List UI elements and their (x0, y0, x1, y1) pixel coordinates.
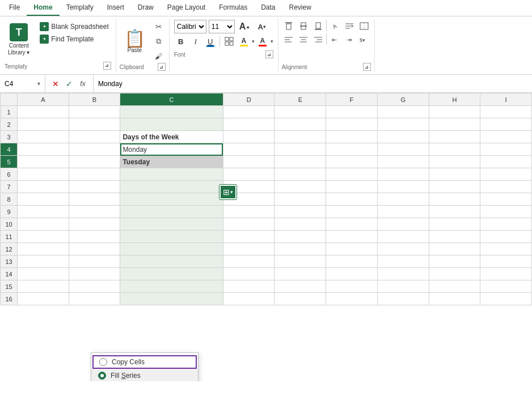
cell-B13[interactable] (69, 256, 120, 268)
cell-A8[interactable] (18, 193, 69, 206)
cell-F11[interactable] (326, 231, 378, 243)
cell-H11[interactable] (429, 231, 480, 243)
cell-C10[interactable] (120, 218, 223, 231)
cell-H10[interactable] (429, 218, 480, 231)
copy-button[interactable]: ⧉ (152, 35, 166, 48)
cell-F3[interactable] (326, 131, 378, 143)
cell-E6[interactable] (275, 168, 326, 181)
cell-B14[interactable] (69, 268, 120, 280)
fill-color-arrow[interactable]: ▾ (252, 39, 255, 44)
cell-ref-arrow[interactable]: ▾ (37, 80, 40, 87)
cell-C16[interactable] (120, 293, 223, 305)
col-header-B[interactable]: B (69, 93, 120, 106)
cell-A13[interactable] (18, 256, 69, 268)
cell-G11[interactable] (377, 231, 429, 243)
row-header-12[interactable]: 12 (1, 243, 18, 256)
cell-F10[interactable] (326, 218, 378, 231)
cell-C8[interactable] (120, 193, 223, 206)
tab-draw[interactable]: Draw (131, 0, 161, 16)
cell-H6[interactable] (429, 168, 480, 181)
row-header-1[interactable]: 1 (1, 106, 18, 118)
align-middle-button[interactable] (297, 20, 310, 32)
cell-E12[interactable] (275, 243, 326, 256)
cell-B16[interactable] (69, 293, 120, 305)
row-header-6[interactable]: 6 (1, 168, 18, 181)
cell-G14[interactable] (377, 268, 429, 280)
cell-D16[interactable] (223, 293, 275, 305)
cell-H13[interactable] (429, 256, 480, 268)
cell-H2[interactable] (429, 118, 480, 131)
col-header-I[interactable]: I (480, 93, 532, 106)
cell-I12[interactable] (480, 243, 532, 256)
row-header-4[interactable]: 4 (1, 143, 18, 156)
clipboard-expand-button[interactable]: ⊿ (158, 63, 166, 71)
cell-H3[interactable] (429, 131, 480, 143)
cell-E16[interactable] (275, 293, 326, 305)
cell-E9[interactable] (275, 206, 326, 218)
borders-button[interactable] (222, 35, 236, 48)
cell-I8[interactable] (480, 193, 532, 206)
cell-A6[interactable] (18, 168, 69, 181)
col-header-C[interactable]: C (120, 93, 223, 106)
cell-G3[interactable] (377, 131, 429, 143)
cell-B3[interactable] (69, 131, 120, 143)
cell-reference-box[interactable]: C4 ▾ (0, 75, 45, 92)
cell-C15[interactable] (120, 280, 223, 293)
cell-D1[interactable] (223, 106, 275, 118)
cell-H9[interactable] (429, 206, 480, 218)
content-library-button[interactable]: T ContentLibrary ▾ (5, 21, 33, 58)
cell-G15[interactable] (377, 280, 429, 293)
cell-B15[interactable] (69, 280, 120, 293)
cell-B6[interactable] (69, 168, 120, 181)
alignment-expand-button[interactable]: ⊿ (363, 63, 371, 71)
col-header-A[interactable]: A (18, 93, 69, 106)
cell-H8[interactable] (429, 193, 480, 206)
insert-function-button[interactable]: fx (77, 78, 88, 90)
cell-A9[interactable] (18, 206, 69, 218)
format-painter-button[interactable]: 🖌 (152, 49, 166, 63)
angle-text-button[interactable]: A (326, 17, 344, 35)
cell-B7[interactable] (69, 181, 120, 193)
cell-E10[interactable] (275, 218, 326, 231)
cell-B11[interactable] (69, 231, 120, 243)
underline-button[interactable]: U (204, 35, 217, 48)
find-template-button[interactable]: + Find Template (37, 33, 111, 45)
tab-review[interactable]: Review (282, 0, 318, 16)
cut-button[interactable]: ✂ (152, 20, 166, 33)
cell-F14[interactable] (326, 268, 378, 280)
row-header-10[interactable]: 10 (1, 218, 18, 231)
cell-I3[interactable] (480, 131, 532, 143)
cell-A12[interactable] (18, 243, 69, 256)
cell-A16[interactable] (18, 293, 69, 305)
cell-D9[interactable] (223, 206, 275, 218)
cell-H12[interactable] (429, 243, 480, 256)
cell-A4[interactable] (18, 143, 69, 156)
cell-C7[interactable] (120, 181, 223, 193)
cell-D13[interactable] (223, 256, 275, 268)
row-header-14[interactable]: 14 (1, 268, 18, 280)
cell-I2[interactable] (480, 118, 532, 131)
cancel-formula-button[interactable]: ✕ (50, 78, 61, 90)
cell-E3[interactable] (275, 131, 326, 143)
cell-I16[interactable] (480, 293, 532, 305)
row-header-8[interactable]: 8 (1, 193, 18, 206)
cell-F6[interactable] (326, 168, 378, 181)
cell-F16[interactable] (326, 293, 378, 305)
row-header-2[interactable]: 2 (1, 118, 18, 131)
cell-A14[interactable] (18, 268, 69, 280)
row-header-11[interactable]: 11 (1, 231, 18, 243)
cell-D4[interactable] (223, 143, 275, 156)
cell-E8[interactable] (275, 193, 326, 206)
cell-G10[interactable] (377, 218, 429, 231)
cell-E5[interactable] (275, 156, 326, 168)
align-right-button[interactable] (311, 33, 325, 46)
cell-B12[interactable] (69, 243, 120, 256)
cell-B1[interactable] (69, 106, 120, 118)
menu-item-copy-cells[interactable]: Copy Cells (92, 355, 197, 369)
cell-C11[interactable] (120, 231, 223, 243)
cell-G5[interactable] (377, 156, 429, 168)
font-grow-button[interactable]: A▲ (237, 20, 252, 33)
cell-H5[interactable] (429, 156, 480, 168)
spreadsheet-container[interactable]: A B C D E F G H I 123Days of the Week4Mo… (0, 93, 532, 381)
cell-F9[interactable] (326, 206, 378, 218)
